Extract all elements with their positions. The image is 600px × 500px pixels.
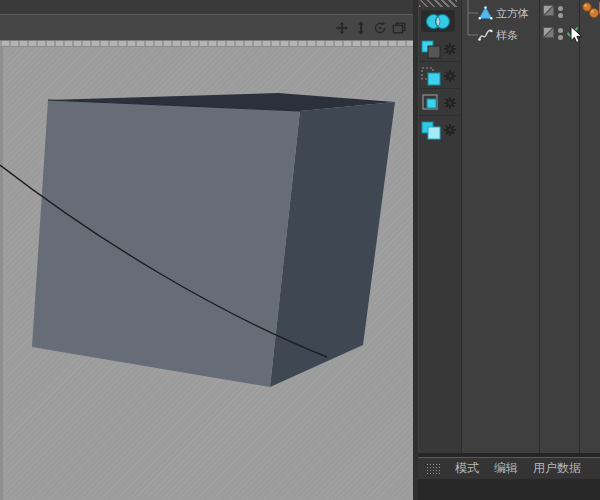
layer-swatch-icon[interactable]	[543, 27, 554, 38]
viewport-border-strip	[0, 40, 413, 47]
menu-edit[interactable]: 编辑	[494, 460, 518, 477]
gear-icon[interactable]	[443, 123, 457, 137]
layer-swatch-icon[interactable]	[543, 5, 554, 16]
viewport-title-bar	[0, 14, 413, 40]
object-manager: 立方体 样条	[418, 0, 600, 453]
gear-icon[interactable]	[443, 69, 457, 83]
menu-drag-handle-icon[interactable]	[426, 463, 440, 475]
dolly-icon[interactable]	[353, 20, 369, 36]
scene-render	[0, 47, 413, 500]
menu-mode[interactable]: 模式	[455, 460, 479, 477]
divider	[461, 0, 462, 453]
generator-palette	[419, 0, 461, 453]
object-tree: 立方体 样条	[463, 0, 539, 453]
viewport-canvas[interactable]	[0, 47, 413, 500]
editor-visibility-dot[interactable]	[558, 28, 563, 33]
manager-panel: 立方体 样条	[413, 0, 600, 500]
spline-icon	[478, 28, 493, 42]
viewport-menu-bar	[0, 0, 413, 14]
orange-dots-icon[interactable]	[580, 0, 600, 22]
mouse-cursor	[570, 26, 584, 44]
gear-icon[interactable]	[443, 96, 457, 110]
bool-union[interactable]	[419, 117, 459, 143]
toggle-view-icon[interactable]	[391, 20, 407, 36]
object-toggles	[540, 0, 579, 453]
rotate-icon[interactable]	[372, 20, 388, 36]
bool-b-minus-a[interactable]	[419, 63, 459, 89]
boolean-icon[interactable]	[421, 10, 455, 32]
tree-item-label: 样条	[496, 28, 518, 43]
toggles-row-cube	[540, 5, 579, 19]
cube-primitive-icon	[478, 6, 493, 20]
attribute-menu-bar: 模式 编辑 用户数据	[418, 458, 600, 479]
tree-item-label: 立方体	[496, 6, 529, 21]
viewport-panel	[0, 0, 413, 500]
bool-a-minus-b[interactable]	[419, 36, 459, 62]
attribute-panel-empty	[418, 479, 600, 500]
side-palette	[580, 0, 600, 453]
render-visibility-dot[interactable]	[558, 35, 563, 40]
cube-front-face	[32, 100, 300, 387]
render-visibility-dot[interactable]	[558, 13, 563, 18]
gear-icon[interactable]	[443, 42, 457, 56]
bool-intersect[interactable]	[419, 90, 459, 116]
app-window: 立方体 样条	[0, 0, 600, 500]
editor-visibility-dot[interactable]	[558, 6, 563, 11]
palette-drag-handle[interactable]	[419, 0, 457, 7]
pan-icon[interactable]	[334, 20, 350, 36]
menu-user-data[interactable]: 用户数据	[533, 460, 581, 477]
